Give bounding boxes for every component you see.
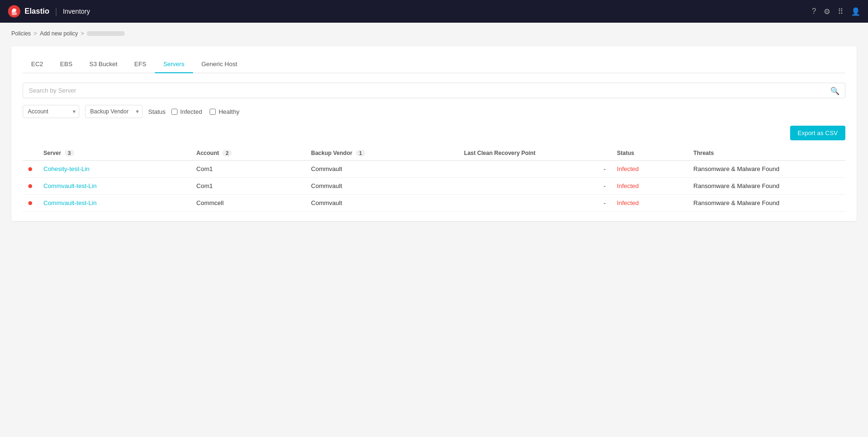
table-header-row: Server 3 Account 2 Backup Vendor 1 Last … bbox=[23, 146, 845, 161]
table-body: Cohesity-test-Lin Com1 Commvault - Infec… bbox=[23, 161, 845, 212]
server-link[interactable]: Commvault-test-Lin bbox=[43, 182, 97, 189]
infected-label: Infected bbox=[180, 108, 202, 115]
th-threats: Threats bbox=[688, 146, 845, 161]
apps-icon[interactable]: ⠿ bbox=[838, 7, 843, 16]
row-1-status: Infected bbox=[611, 178, 688, 195]
tab-efs[interactable]: EFS bbox=[126, 56, 155, 73]
row-1-account: Com1 bbox=[191, 178, 305, 195]
tab-ebs[interactable]: EBS bbox=[51, 56, 81, 73]
help-icon[interactable]: ? bbox=[812, 7, 816, 16]
tab-generichost[interactable]: Generic Host bbox=[193, 56, 246, 73]
row-1-threats: Ransomware & Malware Found bbox=[688, 178, 845, 195]
th-last-clean-recovery: Last Clean Recovery Point bbox=[458, 146, 611, 161]
healthy-checkbox[interactable] bbox=[210, 109, 216, 115]
main-content: Policies > Add new policy > EC2 EBS S3 B… bbox=[0, 23, 868, 437]
row-0-account: Com1 bbox=[191, 161, 305, 178]
server-link[interactable]: Commvault-test-Lin bbox=[43, 199, 97, 206]
infected-dot-icon bbox=[28, 167, 32, 171]
row-2-account: Commcell bbox=[191, 195, 305, 212]
settings-icon[interactable]: ⚙ bbox=[824, 7, 830, 16]
user-icon[interactable]: 👤 bbox=[851, 7, 860, 16]
row-2-threats: Ransomware & Malware Found bbox=[688, 195, 845, 212]
row-2-status: Infected bbox=[611, 195, 688, 212]
infected-dot-icon bbox=[28, 201, 32, 205]
main-card: EC2 EBS S3 Bucket EFS Servers Generic Ho… bbox=[11, 46, 857, 221]
breadcrumb-add-policy[interactable]: Add new policy bbox=[40, 30, 78, 37]
tab-ec2[interactable]: EC2 bbox=[23, 56, 51, 73]
search-icon: 🔍 bbox=[830, 86, 840, 95]
row-1-indicator bbox=[23, 178, 38, 195]
table-row: Cohesity-test-Lin Com1 Commvault - Infec… bbox=[23, 161, 845, 178]
breadcrumb: Policies > Add new policy > bbox=[11, 30, 857, 37]
elastio-logo-icon bbox=[8, 5, 21, 18]
server-count-badge: 3 bbox=[65, 150, 74, 156]
row-0-last-recovery: - bbox=[458, 161, 611, 178]
row-1-backup-vendor: Commvault bbox=[305, 178, 458, 195]
table-row: Commvault-test-Lin Com1 Commvault - Infe… bbox=[23, 178, 845, 195]
account-select-wrap: Account bbox=[23, 105, 79, 118]
account-count-badge: 2 bbox=[222, 150, 232, 156]
table-header: Server 3 Account 2 Backup Vendor 1 Last … bbox=[23, 146, 845, 161]
row-0-indicator bbox=[23, 161, 38, 178]
page-title: Inventory bbox=[63, 8, 90, 15]
row-1-server: Commvault-test-Lin bbox=[38, 178, 191, 195]
infected-dot-icon bbox=[28, 184, 32, 188]
breadcrumb-policies[interactable]: Policies bbox=[11, 30, 31, 37]
search-input[interactable] bbox=[23, 83, 845, 98]
topnav-right: ? ⚙ ⠿ 👤 bbox=[812, 7, 860, 16]
backup-vendor-select-wrap: Backup Vendor bbox=[85, 105, 143, 118]
th-account: Account 2 bbox=[191, 146, 305, 161]
table-row: Commvault-test-Lin Commcell Commvault - … bbox=[23, 195, 845, 212]
row-1-last-recovery: - bbox=[458, 178, 611, 195]
row-2-last-recovery: - bbox=[458, 195, 611, 212]
account-select[interactable]: Account bbox=[23, 105, 79, 118]
servers-table: Server 3 Account 2 Backup Vendor 1 Last … bbox=[23, 146, 845, 212]
server-link[interactable]: Cohesity-test-Lin bbox=[43, 165, 90, 172]
row-0-server: Cohesity-test-Lin bbox=[38, 161, 191, 178]
row-2-server: Commvault-test-Lin bbox=[38, 195, 191, 212]
nav-divider: | bbox=[55, 7, 57, 17]
logo-wrap: Elastio bbox=[8, 5, 49, 18]
healthy-label: Healthy bbox=[219, 108, 239, 115]
status-label: Status bbox=[148, 108, 166, 115]
status-checkbox-group: Infected Healthy bbox=[171, 108, 239, 115]
th-backup-vendor: Backup Vendor 1 bbox=[305, 146, 458, 161]
row-2-indicator bbox=[23, 195, 38, 212]
breadcrumb-loading bbox=[87, 31, 125, 36]
th-indicator bbox=[23, 146, 38, 161]
tab-servers[interactable]: Servers bbox=[155, 56, 193, 73]
row-2-backup-vendor: Commvault bbox=[305, 195, 458, 212]
row-0-status: Infected bbox=[611, 161, 688, 178]
breadcrumb-sep1: > bbox=[34, 30, 37, 37]
topnav-left: Elastio | Inventory bbox=[8, 5, 90, 18]
infected-checkbox[interactable] bbox=[171, 109, 177, 115]
topnav: Elastio | Inventory ? ⚙ ⠿ 👤 bbox=[0, 0, 868, 23]
th-status: Status bbox=[611, 146, 688, 161]
backup-count-badge: 1 bbox=[356, 150, 365, 156]
row-0-threats: Ransomware & Malware Found bbox=[688, 161, 845, 178]
search-bar-wrap: 🔍 bbox=[23, 83, 845, 98]
tabs-bar: EC2 EBS S3 Bucket EFS Servers Generic Ho… bbox=[23, 56, 845, 73]
infected-checkbox-label[interactable]: Infected bbox=[171, 108, 202, 115]
breadcrumb-sep2: > bbox=[81, 30, 84, 37]
tab-s3bucket[interactable]: S3 Bucket bbox=[81, 56, 126, 73]
export-csv-button[interactable]: Export as CSV bbox=[790, 126, 845, 140]
export-row: Export as CSV bbox=[23, 126, 845, 140]
th-server: Server 3 bbox=[38, 146, 191, 161]
backup-vendor-select[interactable]: Backup Vendor bbox=[85, 105, 143, 118]
row-0-backup-vendor: Commvault bbox=[305, 161, 458, 178]
app-name: Elastio bbox=[25, 7, 49, 16]
healthy-checkbox-label[interactable]: Healthy bbox=[210, 108, 239, 115]
filters-row: Account Backup Vendor Status Infected He… bbox=[23, 105, 845, 118]
